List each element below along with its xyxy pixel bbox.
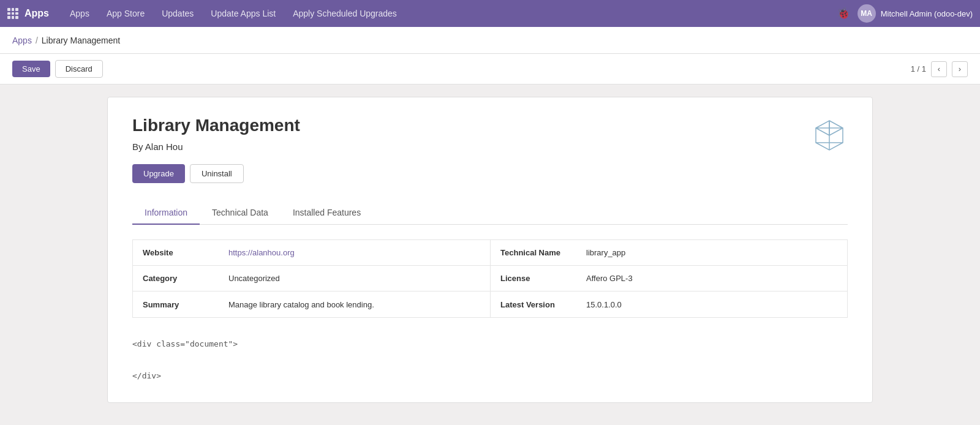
field-license: License Affero GPL-3 xyxy=(491,266,847,291)
tab-installed-features[interactable]: Installed Features xyxy=(281,201,373,225)
topbar-right: 🐞 MA Mitchell Admin (odoo-dev) xyxy=(837,4,973,23)
field-category: Category Uncategorized xyxy=(133,266,490,291)
nav-apply-scheduled-upgrades[interactable]: Apply Scheduled Upgrades xyxy=(284,0,405,27)
app-author: By Alan Hou xyxy=(132,141,848,152)
field-summary: Summary Manage library catalog and book … xyxy=(133,291,490,317)
svg-line-5 xyxy=(829,128,843,135)
summary-label: Summary xyxy=(133,294,219,315)
field-website: Website https://alanhou.org xyxy=(133,240,490,266)
summary-value: Manage library catalog and book lending. xyxy=(219,294,384,315)
breadcrumb-parent[interactable]: Apps xyxy=(12,36,32,45)
nav-updates[interactable]: Updates xyxy=(153,0,202,27)
pagination-label: 1 / 1 xyxy=(911,64,926,73)
info-right: Technical Name library_app License Affer… xyxy=(490,240,847,317)
debug-icon[interactable]: 🐞 xyxy=(837,7,850,20)
license-value: Affero GPL-3 xyxy=(576,268,643,289)
breadcrumb-current: Library Management xyxy=(42,36,120,45)
username: Mitchell Admin (odoo-dev) xyxy=(881,9,973,18)
license-label: License xyxy=(491,268,576,289)
category-value: Uncategorized xyxy=(219,268,290,289)
breadcrumb-separator: / xyxy=(36,36,38,45)
tabs: Information Technical Data Installed Fea… xyxy=(132,201,848,225)
topbar: Apps Apps App Store Updates Update Apps … xyxy=(0,0,980,27)
user-menu[interactable]: MA Mitchell Admin (odoo-dev) xyxy=(858,4,973,23)
doc-content: <div class="document"> </div> xyxy=(132,336,848,384)
website-value[interactable]: https://alanhou.org xyxy=(219,242,304,263)
app-card: Library Management By Alan Hou Upgrade U… xyxy=(107,97,873,403)
website-label: Website xyxy=(133,242,219,263)
technical-name-label: Technical Name xyxy=(491,242,576,263)
latest-version-label: Latest Version xyxy=(491,294,576,315)
tab-technical-data[interactable]: Technical Data xyxy=(200,201,281,225)
doc-line-1: <div class="document"> xyxy=(132,336,848,352)
main-nav: Apps App Store Updates Update Apps List … xyxy=(61,0,837,27)
uninstall-button[interactable]: Uninstall xyxy=(190,164,244,183)
field-technical-name: Technical Name library_app xyxy=(491,240,847,266)
app-title: Library Management xyxy=(132,116,848,135)
toolbar-right: 1 / 1 ‹ › xyxy=(911,61,968,77)
tab-information[interactable]: Information xyxy=(132,201,200,225)
grid-menu-icon[interactable] xyxy=(7,8,18,19)
doc-line-2 xyxy=(132,352,848,368)
avatar: MA xyxy=(858,4,876,23)
field-latest-version: Latest Version 15.0.1.0.0 xyxy=(491,291,847,317)
app-icon xyxy=(811,116,848,154)
category-label: Category xyxy=(133,268,219,289)
brand-name: Apps xyxy=(24,8,49,19)
doc-line-3: </div> xyxy=(132,368,848,384)
latest-version-value: 15.0.1.0.0 xyxy=(576,294,631,315)
save-button[interactable]: Save xyxy=(12,61,50,77)
info-grid: Website https://alanhou.org Category Unc… xyxy=(132,239,848,318)
nav-app-store[interactable]: App Store xyxy=(98,0,153,27)
toolbar: Save Discard 1 / 1 ‹ › xyxy=(0,54,980,85)
nav-apps[interactable]: Apps xyxy=(61,0,98,27)
info-left: Website https://alanhou.org Category Unc… xyxy=(133,240,490,317)
discard-button[interactable]: Discard xyxy=(55,60,103,78)
prev-record-button[interactable]: ‹ xyxy=(931,61,947,77)
technical-name-value: library_app xyxy=(576,242,635,263)
next-record-button[interactable]: › xyxy=(952,61,968,77)
nav-update-apps-list[interactable]: Update Apps List xyxy=(202,0,284,27)
svg-line-4 xyxy=(816,128,829,135)
breadcrumb-bar: Apps / Library Management xyxy=(0,27,980,54)
main-content: Library Management By Alan Hou Upgrade U… xyxy=(0,85,980,425)
app-actions: Upgrade Uninstall xyxy=(132,164,848,183)
upgrade-button[interactable]: Upgrade xyxy=(132,164,185,183)
